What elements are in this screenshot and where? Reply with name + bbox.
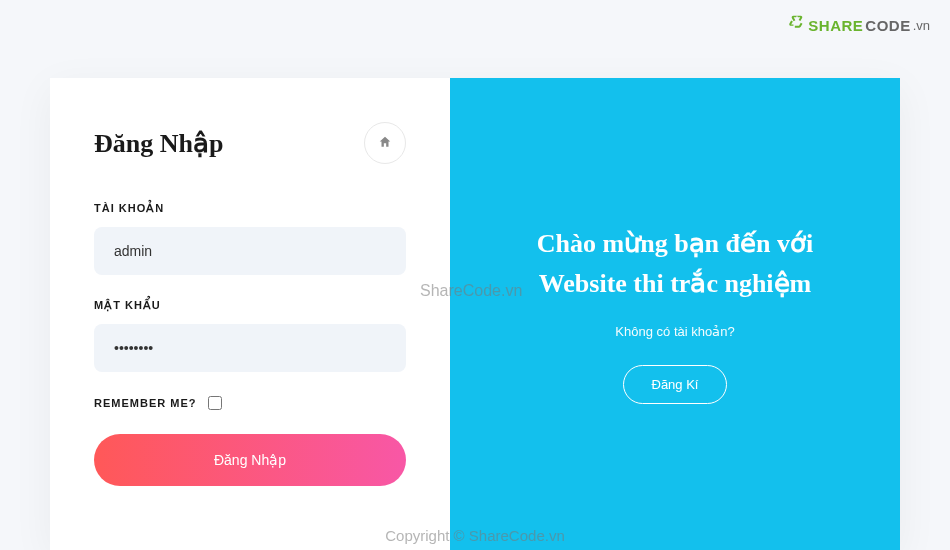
password-group: MẬT KHẨU — [94, 299, 406, 372]
remember-checkbox[interactable] — [208, 396, 222, 410]
login-form-panel: Đăng Nhập TÀI KHOẢN MẬT KHẨU REMEMBER ME… — [50, 78, 450, 550]
home-icon — [378, 135, 392, 152]
password-label: MẬT KHẨU — [94, 299, 406, 312]
logo-text-code: CODE — [865, 17, 910, 34]
welcome-title-line1: Chào mừng bạn đến với — [537, 224, 813, 264]
recycle-icon — [788, 14, 806, 36]
site-logo: SHARE CODE .vn — [788, 14, 930, 36]
password-input[interactable] — [94, 324, 406, 372]
login-card: Đăng Nhập TÀI KHOẢN MẬT KHẨU REMEMBER ME… — [50, 78, 900, 550]
logo-text-share: SHARE — [808, 17, 863, 34]
remember-label: REMEMBER ME? — [94, 397, 196, 409]
welcome-title-line2: Website thi trắc nghiệm — [537, 264, 813, 304]
welcome-subtitle: Không có tài khoản? — [615, 324, 734, 339]
login-header: Đăng Nhập — [94, 122, 406, 164]
username-input[interactable] — [94, 227, 406, 275]
login-title: Đăng Nhập — [94, 128, 223, 159]
welcome-panel: Chào mừng bạn đến với Website thi trắc n… — [450, 78, 900, 550]
logo-text-tld: .vn — [913, 18, 930, 33]
login-submit-button[interactable]: Đăng Nhập — [94, 434, 406, 486]
register-button[interactable]: Đăng Kí — [623, 365, 728, 404]
username-group: TÀI KHOẢN — [94, 202, 406, 275]
welcome-title: Chào mừng bạn đến với Website thi trắc n… — [537, 224, 813, 305]
remember-row: REMEMBER ME? — [94, 396, 406, 410]
username-label: TÀI KHOẢN — [94, 202, 406, 215]
home-button[interactable] — [364, 122, 406, 164]
